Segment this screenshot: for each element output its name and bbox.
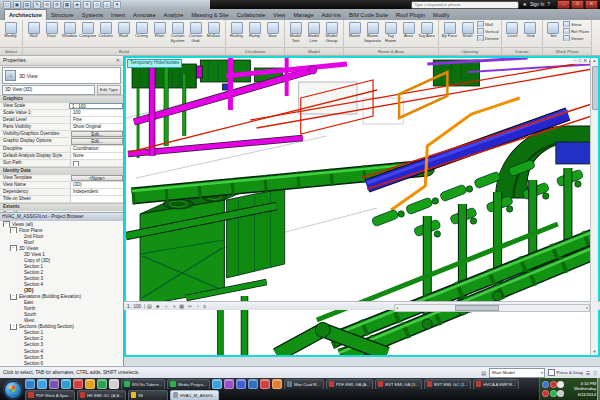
taskbar-pinned-icon[interactable] [248, 379, 258, 389]
tree-expander-icon[interactable] [17, 312, 22, 317]
taskbar-window-button[interactable]: Mon Card R... [284, 379, 324, 389]
ribbon-button[interactable]: By Face [441, 21, 458, 47]
ribbon-button[interactable]: Level [504, 21, 521, 47]
property-row[interactable]: View Scale 1 : 100 [0, 103, 123, 110]
close-icon[interactable]: ✕ [116, 56, 123, 65]
ribbon-button[interactable]: Curtain Grid [187, 21, 204, 47]
view-control-icon[interactable]: ▦ [177, 302, 186, 310]
taskbar-window-button[interactable]: HVCA A EMP.R... [473, 379, 519, 389]
view-control-icon[interactable]: ✂ [186, 302, 194, 310]
property-row[interactable]: View Template <None> [0, 175, 123, 182]
taskbar-pinned-icon[interactable] [212, 379, 222, 389]
ribbon-button[interactable]: Modify [2, 21, 19, 47]
property-row[interactable]: Title on Sheet [0, 196, 123, 203]
tree-expander-icon[interactable] [17, 234, 22, 239]
taskbar-window-button[interactable]: HK EML GC (A,B... [77, 390, 126, 400]
tree-expander-icon[interactable] [17, 342, 22, 347]
ribbon-tab[interactable]: Analyze [160, 10, 188, 20]
taskbar-pinned-icon[interactable] [61, 379, 71, 389]
taskbar-window-button[interactable]: WG Ns Tabern... [121, 379, 165, 389]
tree-expander-icon[interactable] [17, 252, 22, 257]
scroll-up-icon[interactable]: ▲ [591, 58, 598, 64]
ribbon-button[interactable]: Vertical [477, 28, 499, 34]
tree-expander-icon[interactable] [17, 361, 22, 366]
ribbon-button[interactable]: Shaft [459, 21, 476, 47]
property-row[interactable]: Detail Level Fine [0, 117, 123, 124]
tree-expander-icon[interactable]: − [3, 221, 10, 227]
property-row[interactable]: View Name {3D} [0, 182, 123, 189]
close-button[interactable]: ✕ [585, 0, 598, 9]
scrollbar-thumb[interactable] [455, 305, 499, 311]
tray-icon[interactable] [542, 390, 549, 397]
ribbon-tab[interactable]: Annotate [129, 10, 159, 20]
property-row[interactable]: Dependency Independent [0, 189, 123, 196]
favorites-star-icon[interactable]: ★ [522, 0, 526, 9]
taskbar-pinned-icon[interactable] [97, 379, 107, 389]
view-control-icon[interactable]: ☼ [162, 302, 171, 310]
property-group-header[interactable]: Identity Data [0, 167, 123, 175]
ribbon-button[interactable]: Set [545, 21, 562, 47]
tray-icon[interactable] [550, 381, 557, 388]
signin-menu[interactable]: Sign In [530, 2, 544, 7]
tree-expander-icon[interactable] [17, 240, 22, 245]
qat-icon[interactable]: ▣ [13, 1, 21, 9]
ribbon-tab[interactable]: Massing & Site [187, 10, 232, 20]
edit-type-button[interactable]: Edit Type [97, 85, 121, 95]
tray-icon[interactable] [550, 390, 557, 397]
ribbon-tab[interactable]: Structure [47, 10, 78, 20]
taskbar-window-button[interactable]: PDF EML GA (A... [326, 379, 373, 389]
ribbon-tab[interactable]: View [269, 10, 289, 20]
scrollbar-thumb[interactable] [592, 66, 599, 110]
view-close-icon[interactable]: ✕ [583, 58, 587, 64]
taskbar-pinned-icon[interactable] [109, 379, 119, 389]
ribbon-button[interactable]: Ceiling [133, 21, 150, 47]
ribbon-tab[interactable]: Manage [289, 10, 317, 20]
tree-expander-icon[interactable] [17, 276, 22, 281]
property-row[interactable]: Parts Visibility Show Original [0, 124, 123, 131]
ribbon-button[interactable]: Viewer [563, 35, 589, 41]
tree-expander-icon[interactable] [17, 355, 22, 360]
filter-icon[interactable]: ▽ [593, 370, 597, 376]
ribbon-button[interactable]: Component [79, 21, 96, 47]
taskbar-pinned-icon[interactable] [260, 379, 270, 389]
tree-expander-icon[interactable] [17, 336, 22, 341]
ribbon-button[interactable]: Room [346, 21, 363, 47]
tree-expander-icon[interactable] [17, 330, 22, 335]
property-row[interactable]: Sun Path [0, 160, 123, 167]
ribbon-button[interactable]: Ramp [246, 21, 263, 47]
tree-expander-icon[interactable] [17, 270, 22, 275]
scroll-down-icon[interactable]: ▼ [591, 349, 598, 355]
ribbon-button[interactable]: Show [563, 21, 589, 27]
ribbon-tab[interactable]: Modify [429, 10, 453, 20]
taskbar-pinned-icon[interactable] [85, 379, 95, 389]
infocenter-search-input[interactable] [411, 1, 519, 9]
help-icon[interactable]: ? [547, 0, 550, 9]
tree-expander-icon[interactable]: − [10, 245, 17, 251]
ribbon-button[interactable]: Wall [25, 21, 42, 47]
view-control-icon[interactable]: ◈ [154, 302, 162, 310]
taskbar-window-button[interactable]: PDF Work A Spar... [25, 390, 75, 400]
view-control-icon[interactable]: ▤ [145, 302, 154, 310]
tree-expander-icon[interactable] [17, 288, 22, 293]
selection-filter-icon[interactable]: ☰ [586, 370, 590, 376]
checkbox[interactable] [548, 369, 555, 376]
ribbon-tab[interactable]: Add-Ins [318, 10, 345, 20]
qat-icon[interactable]: ⟳ [53, 1, 61, 9]
taskbar-window-button[interactable]: Media Progra... [167, 379, 209, 389]
taskbar-pinned-icon[interactable] [224, 379, 234, 389]
property-row[interactable]: Scale Value 1: 100 [0, 110, 123, 117]
worksets-icon[interactable]: ▤ [481, 370, 486, 376]
ribbon-button[interactable]: Curtain System [169, 21, 186, 47]
property-group-header[interactable]: Graphics [0, 95, 123, 103]
ribbon-tab[interactable]: Insert [107, 10, 129, 20]
tree-expander-icon[interactable]: − [10, 324, 17, 330]
ribbon-tab[interactable]: BIM Code Suite [345, 10, 392, 20]
view-control-icon[interactable]: ◔ [194, 302, 201, 310]
ribbon-button[interactable]: Mullion [205, 21, 222, 47]
tree-expander-icon[interactable]: − [10, 227, 17, 233]
qat-icon[interactable]: ◇ [93, 1, 101, 9]
qat-icon[interactable]: ◈ [73, 1, 81, 9]
taskbar-pinned-icon[interactable] [73, 379, 83, 389]
tray-icon[interactable] [557, 381, 564, 388]
ribbon-button[interactable]: Ref Plane [563, 28, 589, 34]
